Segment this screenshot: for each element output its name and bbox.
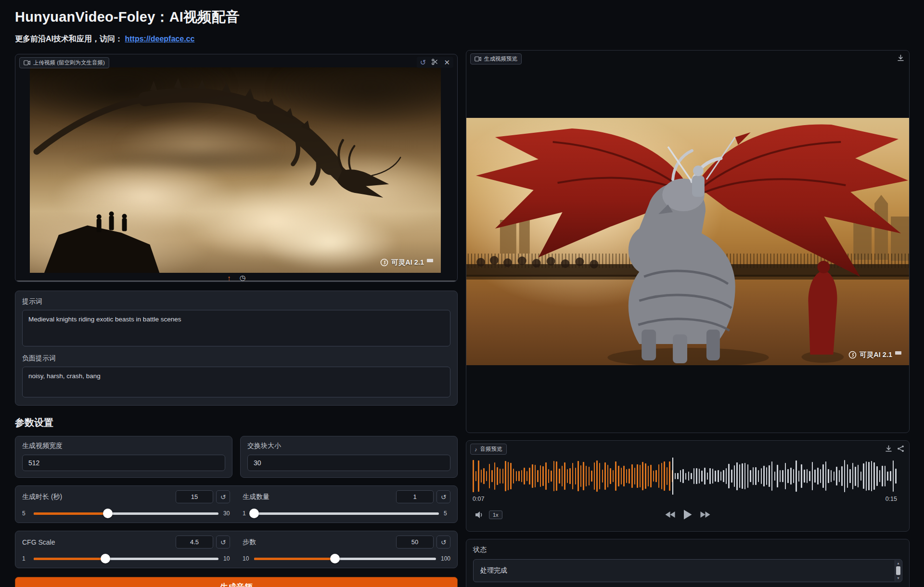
cfg-slider-handle[interactable] bbox=[101, 554, 110, 563]
cfg-value-input[interactable]: 4.5 bbox=[176, 536, 213, 549]
count-label: 生成数量 bbox=[243, 493, 270, 501]
video-preview-panel: 生成视频预览 bbox=[466, 50, 910, 433]
negative-prompt-input[interactable]: noisy, harsh, crash, bang bbox=[22, 367, 450, 397]
trim-scissors-icon[interactable] bbox=[431, 58, 438, 66]
scrollbar-thumb[interactable] bbox=[896, 566, 900, 575]
duration-reset-icon[interactable]: ↺ bbox=[216, 490, 230, 503]
subtitle: 更多前沿AI技术和应用，访问： https://deepface.cc bbox=[15, 34, 458, 44]
generate-audio-button[interactable]: 生成音频 bbox=[15, 577, 458, 587]
steps-value-input[interactable]: 50 bbox=[396, 536, 434, 549]
duration-slider[interactable] bbox=[34, 512, 218, 515]
steps-slider[interactable] bbox=[254, 558, 436, 560]
kling-watermark: 可灵AI 2.1 bbox=[380, 258, 433, 267]
play-icon[interactable] bbox=[683, 510, 693, 520]
duration-max-label: 30 bbox=[223, 510, 230, 517]
subtitle-text: 更多前沿AI技术和应用，访问： bbox=[15, 35, 123, 43]
video-width-field: 生成视频宽度 512 bbox=[15, 436, 232, 478]
count-value-input[interactable]: 1 bbox=[396, 490, 434, 503]
duration-min-label: 5 bbox=[22, 510, 29, 517]
close-icon[interactable]: ✕ bbox=[444, 59, 450, 66]
watermark-text: 可灵AI 2.1 bbox=[860, 350, 892, 359]
scroll-up-icon[interactable]: ▲ bbox=[897, 561, 900, 565]
duration-label: 生成时长 (秒) bbox=[22, 493, 62, 501]
prompt-label: 提示词 bbox=[22, 297, 450, 306]
undo-icon[interactable]: ↺ bbox=[420, 59, 426, 66]
swap-block-input[interactable]: 30 bbox=[247, 455, 450, 471]
total-time: 0:15 bbox=[886, 496, 897, 502]
deepface-link[interactable]: https://deepface.cc bbox=[125, 35, 194, 43]
share-icon[interactable] bbox=[897, 445, 904, 452]
count-reset-icon[interactable]: ↺ bbox=[436, 490, 450, 503]
cfg-max-label: 10 bbox=[223, 555, 230, 562]
kling-watermark: 可灵AI 2.1 bbox=[848, 350, 901, 359]
kling-logo-icon bbox=[380, 258, 388, 267]
left-column: HunyuanVideo-Foley：AI视频配音 更多前沿AI技术和应用，访问… bbox=[15, 0, 458, 587]
audio-waveform[interactable] bbox=[473, 460, 897, 492]
skip-back-icon[interactable] bbox=[665, 510, 676, 519]
video-preview-label: 生成视频预览 bbox=[484, 55, 517, 63]
count-slider[interactable] bbox=[254, 512, 439, 515]
kling-logo-icon bbox=[848, 351, 857, 359]
upload-video-panel: 上传视频 (留空则为文生音频) ↺ ✕ bbox=[15, 54, 458, 282]
slider-row-2: CFG Scale 4.5 ↺ 1 10 步数 50 bbox=[15, 531, 458, 568]
duration-slider-group: 生成时长 (秒) 15 ↺ 5 30 bbox=[22, 490, 230, 517]
audio-toolbar bbox=[885, 445, 904, 452]
number-fields-row: 生成视频宽度 512 交换块大小 30 bbox=[15, 436, 458, 478]
status-section: 状态 处理完成 ▲ ▼ bbox=[466, 539, 910, 587]
upload-video-label-chip: 上传视频 (留空则为文生音频) bbox=[19, 57, 109, 68]
cfg-label: CFG Scale bbox=[22, 538, 55, 546]
slider-row-1: 生成时长 (秒) 15 ↺ 5 30 生成数量 1 bbox=[15, 485, 458, 523]
count-slider-handle[interactable] bbox=[249, 509, 259, 518]
status-output[interactable]: 处理完成 ▲ ▼ bbox=[473, 559, 902, 582]
upload-video-label: 上传视频 (留空则为文生音频) bbox=[33, 59, 105, 66]
scrollbar[interactable]: ▲ ▼ bbox=[895, 560, 901, 581]
audio-preview-label-chip: ♪ 音频预览 bbox=[470, 444, 507, 455]
right-column: 生成视频预览 bbox=[466, 50, 910, 587]
duration-value-input[interactable]: 15 bbox=[176, 490, 213, 503]
dragon-silhouette bbox=[30, 67, 441, 273]
cfg-reset-icon[interactable]: ↺ bbox=[216, 536, 230, 549]
playback-speed-button[interactable]: 1x bbox=[489, 510, 502, 519]
steps-label: 步数 bbox=[243, 538, 256, 547]
prompt-input[interactable]: Medieval knights riding exotic beasts in… bbox=[22, 310, 450, 346]
swap-block-field: 交换块大小 30 bbox=[240, 436, 458, 478]
video-camera-icon bbox=[475, 56, 481, 62]
skip-forward-icon[interactable] bbox=[700, 510, 711, 519]
audio-preview-panel: ♪ 音频预览 0:07 0:15 1x bbox=[466, 440, 910, 532]
waveform-playhead[interactable] bbox=[672, 458, 673, 495]
app-root: HunyuanVideo-Foley：AI视频配音 更多前沿AI技术和应用，访问… bbox=[0, 0, 924, 587]
steps-max-label: 100 bbox=[441, 555, 450, 562]
scroll-down-icon[interactable]: ▼ bbox=[897, 576, 900, 580]
status-text: 处理完成 bbox=[480, 566, 507, 575]
cfg-slider[interactable] bbox=[34, 558, 218, 560]
cfg-min-label: 1 bbox=[22, 555, 29, 562]
video-preview-label-chip: 生成视频预览 bbox=[470, 53, 522, 64]
current-time: 0:07 bbox=[473, 496, 484, 502]
watermark-badge bbox=[895, 351, 901, 355]
video-toolbar: ↺ ✕ bbox=[417, 57, 453, 68]
params-heading: 参数设置 bbox=[15, 416, 458, 429]
battle-scene bbox=[466, 118, 909, 365]
video-camera-icon bbox=[24, 60, 30, 65]
count-slider-group: 生成数量 1 ↺ 1 5 bbox=[243, 490, 450, 517]
music-note-icon: ♪ bbox=[475, 447, 477, 452]
audio-controls: 1x bbox=[466, 508, 909, 525]
cfg-slider-group: CFG Scale 4.5 ↺ 1 10 bbox=[22, 536, 230, 562]
download-icon[interactable] bbox=[897, 54, 904, 64]
steps-slider-group: 步数 50 ↺ 10 100 bbox=[243, 536, 450, 562]
steps-min-label: 10 bbox=[243, 555, 249, 562]
download-icon[interactable] bbox=[885, 445, 892, 452]
steps-reset-icon[interactable]: ↺ bbox=[436, 536, 450, 549]
video-width-input[interactable]: 512 bbox=[22, 455, 225, 471]
duration-slider-handle[interactable] bbox=[103, 509, 113, 518]
player-mini-controls: ↑ ◷ bbox=[227, 274, 245, 281]
steps-slider-handle[interactable] bbox=[330, 554, 340, 563]
negative-prompt-label: 负面提示词 bbox=[22, 354, 450, 363]
uploaded-video-frame[interactable]: 可灵AI 2.1 bbox=[30, 67, 441, 273]
count-min-label: 1 bbox=[243, 510, 249, 517]
upload-arrow-icon[interactable]: ↑ bbox=[227, 274, 231, 281]
watermark-badge bbox=[427, 259, 433, 262]
webcam-record-icon[interactable]: ◷ bbox=[240, 274, 245, 281]
volume-icon[interactable] bbox=[475, 511, 484, 521]
generated-video-frame[interactable]: 可灵AI 2.1 bbox=[466, 118, 909, 365]
